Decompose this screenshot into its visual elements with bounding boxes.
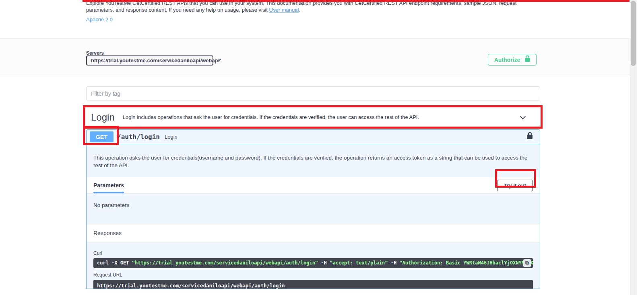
tab-parameters-label: Parameters <box>93 182 124 188</box>
curl-flag: -H <box>318 260 330 266</box>
curl-command: curl -X GET "https://trial.youtestme.com… <box>93 258 533 268</box>
parameters-header: Parameters Try it out <box>87 177 540 194</box>
opblock-get-auth-login: GET /auth/login Login This operation ask… <box>86 129 540 289</box>
lock-closed-icon <box>525 58 530 62</box>
description-period: . <box>299 7 300 13</box>
no-parameters-text: No parameters <box>87 194 540 224</box>
lock-closed-icon[interactable] <box>527 135 533 139</box>
tag-section-login[interactable]: Login Login includes operations that ask… <box>86 107 540 127</box>
license-apache-link[interactable]: Apache 2.0 <box>86 16 113 23</box>
operation-body: This operation asks the user for credent… <box>87 144 540 289</box>
authorize-label: Authorize <box>494 57 520 63</box>
request-url-value: https://trial.youtestme.com/servicedanil… <box>93 280 533 289</box>
operation-path: /auth/login <box>117 133 160 141</box>
curl-auth-header: "Authorization: Basic YWRtaW46JHhaclYjOX… <box>399 260 533 266</box>
copy-to-clipboard-icon[interactable]: ⧉ <box>523 259 531 267</box>
servers-label: Servers <box>86 50 104 56</box>
curl-text: curl -X GET <box>97 260 132 266</box>
get-method-badge: GET <box>90 131 114 142</box>
try-it-out-button[interactable]: Try it out <box>497 180 533 191</box>
tab-parameters[interactable]: Parameters <box>93 177 124 193</box>
curl-flag: -H <box>388 260 399 266</box>
curl-label: Curl <box>93 250 533 256</box>
curl-accept-header: "accept: text/plain" <box>330 260 388 266</box>
scheme-container: Servers https://trial.youtestme.com/serv… <box>0 38 630 74</box>
tag-description: Login includes operations that ask the u… <box>123 114 521 120</box>
filter-by-tag-input[interactable] <box>86 86 540 100</box>
scrollbar-track[interactable] <box>630 0 637 295</box>
chevron-down-icon <box>520 113 526 119</box>
operation-description: This operation asks the user for credent… <box>87 144 540 169</box>
swagger-ui-page: Explore YouTestMe GetCertified REST APIs… <box>0 0 644 295</box>
tag-title: Login <box>91 112 115 123</box>
responses-header: Responses <box>87 224 540 242</box>
operation-summary[interactable]: GET /auth/login Login <box>87 130 540 144</box>
highlight-top-strip <box>83 0 630 2</box>
curl-url-string: "https://trial.youtestme.com/servicedani… <box>132 260 318 266</box>
server-select[interactable]: https://trial.youtestme.com/servicedanil… <box>86 55 213 66</box>
user-manual-link[interactable]: User manual <box>269 7 299 13</box>
request-url-label: Request URL <box>93 272 533 278</box>
scrollbar-thumb[interactable] <box>631 1 636 66</box>
authorize-button[interactable]: Authorize <box>488 54 537 66</box>
operation-summary-text: Login <box>165 134 527 140</box>
server-url: https://trial.youtestme.com/servicedanil… <box>91 57 219 64</box>
